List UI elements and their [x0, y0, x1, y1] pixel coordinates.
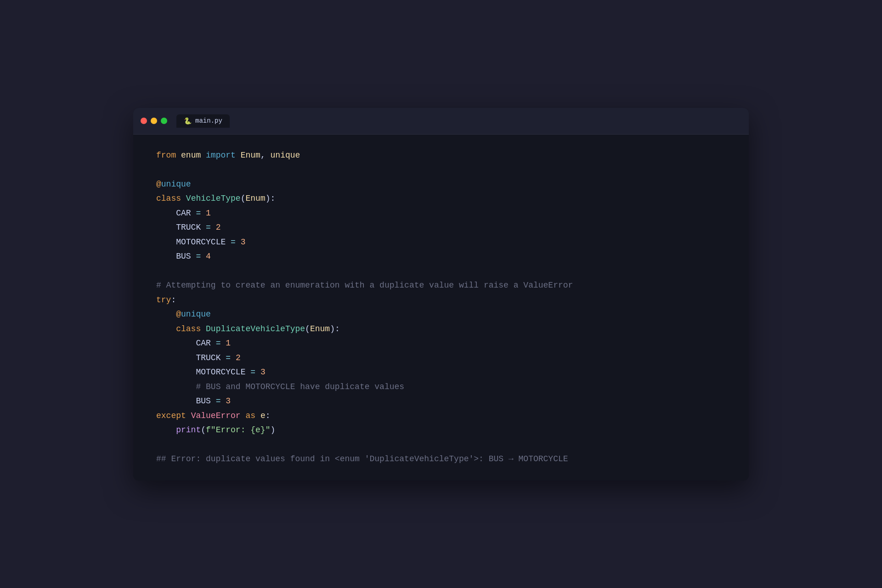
file-tab[interactable]: 🐍 main.py: [176, 114, 230, 128]
code-line: BUS = 3: [156, 394, 726, 409]
code-line: # BUS and MOTORCYCLE have duplicate valu…: [156, 380, 726, 395]
code-line: CAR = 1: [156, 206, 726, 221]
editor-window: 🐍 main.py from enum import Enum, unique …: [133, 108, 749, 481]
code-line: except ValueError as e:: [156, 409, 726, 424]
minimize-button[interactable]: [151, 118, 157, 124]
code-line: @unique: [156, 307, 726, 322]
code-line: from enum import Enum, unique: [156, 148, 726, 163]
code-line: # Attempting to create an enumeration wi…: [156, 278, 726, 293]
code-line: class VehicleType(Enum):: [156, 192, 726, 206]
tab-label: main.py: [195, 117, 222, 124]
code-line: TRUCK = 2: [156, 351, 726, 366]
code-line: MOTORCYCLE = 3: [156, 235, 726, 250]
code-line: MOTORCYCLE = 3: [156, 365, 726, 380]
code-line: print(f"Error: {e}"): [156, 423, 726, 438]
python-icon: 🐍: [184, 117, 192, 125]
code-line: BUS = 4: [156, 249, 726, 264]
code-line: try:: [156, 293, 726, 308]
titlebar: 🐍 main.py: [133, 108, 749, 135]
code-line: CAR = 1: [156, 336, 726, 351]
code-line: ## Error: duplicate values found in <enu…: [156, 452, 726, 467]
traffic-lights: [141, 118, 167, 124]
code-editor[interactable]: from enum import Enum, unique @unique cl…: [133, 135, 749, 481]
code-line: TRUCK = 2: [156, 220, 726, 235]
close-button[interactable]: [141, 118, 147, 124]
maximize-button[interactable]: [161, 118, 167, 124]
code-line: @unique: [156, 177, 726, 192]
code-line: class DuplicateVehicleType(Enum):: [156, 322, 726, 337]
